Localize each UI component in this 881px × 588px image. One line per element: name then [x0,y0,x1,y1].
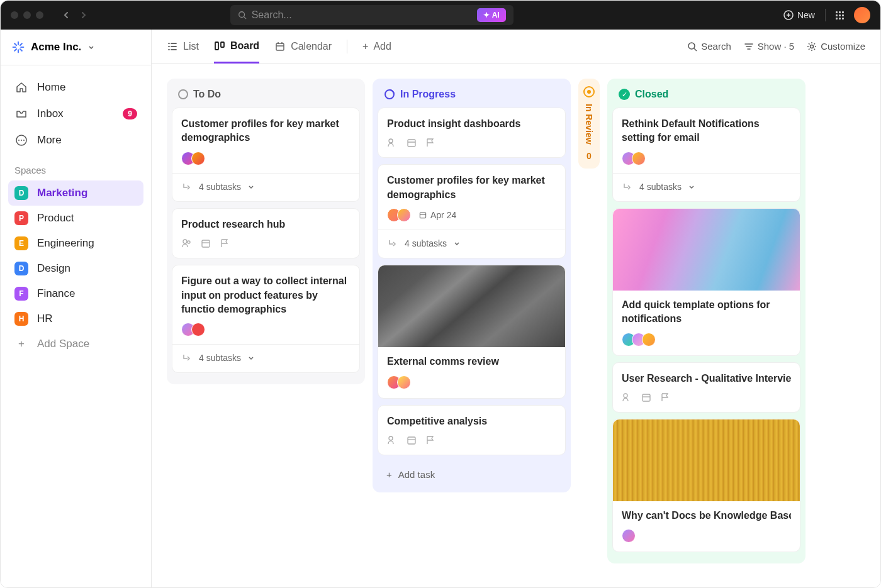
svg-point-5 [23,140,25,141]
subtasks-toggle[interactable]: 4 subtasks [172,173,359,192]
svg-point-15 [389,139,393,143]
nav-home[interactable]: Home [8,74,143,101]
subtasks-toggle[interactable]: 4 subtasks [172,344,359,363]
date-icon[interactable] [641,392,652,403]
content-area: List Board Calendar + Add Search [152,30,880,587]
card-title: Product research hub [181,218,351,231]
space-item-hr[interactable]: H HR [8,306,143,331]
view-tab-list[interactable]: List [167,30,199,64]
space-label: Engineering [37,237,94,250]
workspace-name: Acme Inc. [31,41,81,53]
column-header[interactable]: In Progress [378,84,566,108]
apps-grid-button[interactable] [836,11,844,19]
space-item-engineering[interactable]: E Engineering [8,231,143,256]
global-search-input[interactable]: Search... ✦ AI [230,5,513,25]
column-header[interactable]: ✓ Closed [612,84,800,108]
space-item-product[interactable]: P Product [8,206,143,231]
svg-rect-16 [408,140,415,147]
task-card[interactable]: Customer profiles for key market demogra… [378,164,566,258]
card-title: Customer profiles for key market demogra… [181,117,351,145]
task-card[interactable]: Competitive analysis [378,405,566,455]
task-card[interactable]: User Research - Qualitative Interview [612,362,800,413]
date-icon[interactable] [406,137,417,148]
assignees[interactable] [622,152,646,165]
add-space-button[interactable]: + Add Space [8,331,143,357]
svg-point-18 [389,436,393,440]
task-card[interactable]: External comms review [378,265,566,398]
assignee-icon[interactable] [181,238,193,249]
add-view-button[interactable]: + Add [362,30,391,64]
column-title: Closed [635,89,668,100]
nav-forward-button[interactable] [76,8,91,23]
board-view: To Do Customer profiles for key market d… [152,64,880,587]
nav-label: More [37,134,62,147]
chevron-down-icon [688,183,695,191]
space-item-finance[interactable]: F Finance [8,281,143,306]
subtasks-toggle[interactable]: 4 subtasks [613,173,800,192]
assignees[interactable] [181,152,205,165]
calendar-icon [418,211,427,219]
inbox-badge: 9 [123,108,137,119]
space-label: Marketing [37,187,87,199]
more-icon [14,133,28,147]
column-title: In Progress [400,89,456,100]
nav-more[interactable]: More [8,127,143,153]
flag-icon[interactable] [425,435,436,446]
view-tab-calendar[interactable]: Calendar [274,30,332,64]
task-card[interactable]: Customer profiles for key market demogra… [172,108,360,202]
view-tab-board[interactable]: Board [214,30,259,64]
assignees[interactable] [387,375,411,389]
minimize-window-icon[interactable] [23,11,31,19]
date-icon[interactable] [200,238,211,249]
task-card[interactable]: Product insight dashboards [378,108,566,158]
assignees[interactable] [622,333,656,347]
task-card[interactable]: Rethink Default Notifications setting fo… [612,108,800,202]
column-header[interactable]: To Do [172,84,360,108]
svg-rect-6 [215,42,218,50]
avatar [191,152,205,165]
assignees[interactable] [622,529,636,543]
date-icon[interactable] [406,435,417,446]
workspace-switcher[interactable]: Acme Inc. [1,30,151,65]
assignees[interactable] [181,323,205,336]
divider [347,40,347,53]
flag-icon[interactable] [659,392,671,403]
nav-arrows [59,8,91,23]
space-item-design[interactable]: D Design [8,256,143,281]
nav-inbox[interactable]: Inbox 9 [8,101,143,127]
assignees[interactable] [387,208,411,222]
topbar-right: New [783,7,870,23]
tab-label: Board [230,40,259,52]
search-icon [687,42,697,52]
task-card[interactable]: Why can't Docs be Knowledge Base [612,419,800,552]
assignee-icon[interactable] [387,137,398,148]
nav-back-button[interactable] [59,8,74,23]
space-item-marketing[interactable]: D Marketing [8,180,143,206]
task-card[interactable]: Product research hub [172,208,360,258]
subtasks-label: 4 subtasks [405,238,447,248]
subtasks-toggle[interactable]: 4 subtasks [378,230,565,249]
svg-point-4 [21,140,22,141]
flag-icon[interactable] [425,137,436,148]
maximize-window-icon[interactable] [36,11,43,19]
ai-button[interactable]: ✦ AI [477,8,506,22]
show-button[interactable]: Show · 5 [744,41,794,52]
column-todo: To Do Customer profiles for key market d… [167,79,365,384]
column-in-review-collapsed[interactable]: In Review 0 [578,79,600,169]
new-button[interactable]: New [783,10,815,20]
task-card[interactable]: Add quick template options for notificat… [612,208,800,356]
assignee-icon[interactable] [387,435,398,446]
task-card[interactable]: Figure out a way to collect internal inp… [172,265,360,373]
add-task-button[interactable]: + Add task [378,462,566,487]
assignee-icon[interactable] [622,392,633,403]
svg-point-3 [18,140,20,141]
flag-icon[interactable] [219,238,230,249]
due-date[interactable]: Apr 24 [418,210,456,220]
close-window-icon[interactable] [11,11,18,19]
svg-rect-8 [276,43,284,50]
tab-label: Calendar [291,41,332,52]
search-button[interactable]: Search [687,41,731,52]
user-avatar-button[interactable] [854,7,870,23]
label: Search [701,41,731,52]
customize-button[interactable]: Customize [807,41,865,52]
